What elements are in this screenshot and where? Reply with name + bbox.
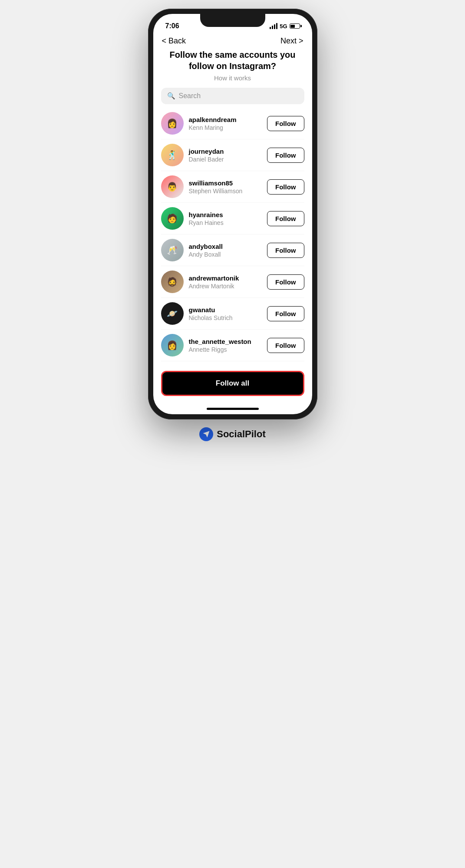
avatar-image: 🥂 xyxy=(161,239,184,261)
follow-all-button[interactable]: Follow all xyxy=(161,371,304,396)
user-info: apalkenndream Kenn Maring xyxy=(189,116,267,131)
user-display-name: Nicholas Sutrich xyxy=(189,314,267,321)
search-icon: 🔍 xyxy=(167,92,175,100)
user-info: the_annette_weston Annette Riggs xyxy=(189,338,267,353)
network-indicator: 5G xyxy=(280,23,287,30)
branding: SocialPilot xyxy=(148,427,317,446)
user-info: gwanatu Nicholas Sutrich xyxy=(189,306,267,321)
page-title: Follow the same accounts you follow on I… xyxy=(161,49,304,72)
phone-wrapper: 7:06 5G < Back Next > xyxy=(148,9,317,446)
user-info: andyboxall Andy Boxall xyxy=(189,243,267,258)
avatar: 👩 xyxy=(161,334,184,356)
follow-all-section: Follow all xyxy=(153,366,312,403)
avatar-image: 👨 xyxy=(161,175,184,198)
avatar: 🥂 xyxy=(161,239,184,261)
user-display-name: Annette Riggs xyxy=(189,346,267,353)
status-time: 7:06 xyxy=(165,22,179,30)
brand-icon xyxy=(199,427,213,441)
phone-frame: 7:06 5G < Back Next > xyxy=(148,9,317,419)
avatar-image: 🧔 xyxy=(161,271,184,293)
list-item: 🕺 journeydan Daniel Bader Follow xyxy=(161,139,304,171)
user-info: andrewmartonik Andrew Martonik xyxy=(189,274,267,290)
follow-button-4[interactable]: Follow xyxy=(267,243,304,258)
follow-button-1[interactable]: Follow xyxy=(267,148,304,163)
next-button[interactable]: Next > xyxy=(280,36,303,46)
search-bar[interactable]: 🔍 Search xyxy=(161,88,304,104)
user-display-name: Stephen Williamson xyxy=(189,188,267,195)
notch xyxy=(200,14,265,27)
user-info: swilliamson85 Stephen Williamson xyxy=(189,179,267,195)
home-indicator xyxy=(153,403,312,414)
user-list: 👩 apalkenndream Kenn Maring Follow 🕺 jou… xyxy=(161,108,304,361)
user-info: journeydan Daniel Bader xyxy=(189,148,267,163)
user-handle: swilliamson85 xyxy=(189,179,267,187)
list-item: 🪐 gwanatu Nicholas Sutrich Follow xyxy=(161,298,304,330)
list-item: 🥂 andyboxall Andy Boxall Follow xyxy=(161,234,304,266)
avatar-image: 👩 xyxy=(161,334,184,356)
how-it-works-link[interactable]: How it works xyxy=(161,74,304,82)
avatar: 👨 xyxy=(161,175,184,198)
battery-icon xyxy=(290,23,300,29)
user-handle: andrewmartonik xyxy=(189,274,267,282)
avatar-image: 🪐 xyxy=(161,302,184,325)
follow-button-5[interactable]: Follow xyxy=(267,274,304,290)
follow-button-6[interactable]: Follow xyxy=(267,306,304,321)
follow-button-3[interactable]: Follow xyxy=(267,211,304,226)
phone-screen: 7:06 5G < Back Next > xyxy=(153,14,312,414)
list-item: 👨 swilliamson85 Stephen Williamson Follo… xyxy=(161,171,304,203)
brand-name: SocialPilot xyxy=(217,429,265,440)
brand-logo-svg xyxy=(202,430,210,438)
user-display-name: Ryan Haines xyxy=(189,219,267,226)
user-display-name: Daniel Bader xyxy=(189,156,267,163)
avatar: 🧔 xyxy=(161,271,184,293)
content-area: Follow the same accounts you follow on I… xyxy=(153,49,312,366)
user-handle: hyanraines xyxy=(189,211,267,218)
list-item: 🧑 hyanraines Ryan Haines Follow xyxy=(161,203,304,234)
user-handle: the_annette_weston xyxy=(189,338,267,345)
avatar: 🧑 xyxy=(161,207,184,230)
follow-button-7[interactable]: Follow xyxy=(267,338,304,353)
avatar: 👩 xyxy=(161,112,184,135)
avatar-image: 🕺 xyxy=(161,144,184,166)
follow-button-0[interactable]: Follow xyxy=(267,116,304,131)
avatar-image: 👩 xyxy=(161,112,184,135)
user-display-name: Andrew Martonik xyxy=(189,283,267,290)
list-item: 🧔 andrewmartonik Andrew Martonik Follow xyxy=(161,266,304,298)
follow-button-2[interactable]: Follow xyxy=(267,179,304,195)
user-handle: andyboxall xyxy=(189,243,267,250)
search-placeholder: Search xyxy=(179,92,201,100)
home-bar xyxy=(207,408,259,410)
status-icons: 5G xyxy=(270,23,300,30)
signal-bars xyxy=(270,23,277,29)
user-handle: gwanatu xyxy=(189,306,267,314)
user-info: hyanraines Ryan Haines xyxy=(189,211,267,226)
user-display-name: Andy Boxall xyxy=(189,251,267,258)
list-item: 👩 the_annette_weston Annette Riggs Follo… xyxy=(161,330,304,361)
user-handle: journeydan xyxy=(189,148,267,155)
nav-bar: < Back Next > xyxy=(153,35,312,49)
user-handle: apalkenndream xyxy=(189,116,267,123)
avatar: 🕺 xyxy=(161,144,184,166)
back-button[interactable]: < Back xyxy=(162,36,186,46)
avatar-image: 🧑 xyxy=(161,207,184,230)
user-display-name: Kenn Maring xyxy=(189,124,267,131)
list-item: 👩 apalkenndream Kenn Maring Follow xyxy=(161,108,304,139)
avatar: 🪐 xyxy=(161,302,184,325)
